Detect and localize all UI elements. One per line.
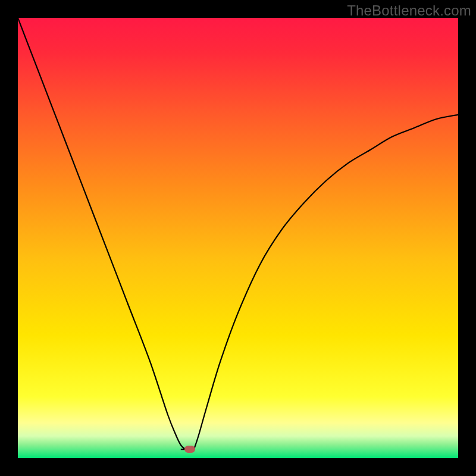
chart-frame: TheBottleneck.com xyxy=(0,0,476,476)
plot-area xyxy=(18,18,458,458)
bottleneck-curve xyxy=(18,18,458,458)
watermark-text: TheBottleneck.com xyxy=(347,2,471,19)
minimum-marker xyxy=(184,446,195,453)
